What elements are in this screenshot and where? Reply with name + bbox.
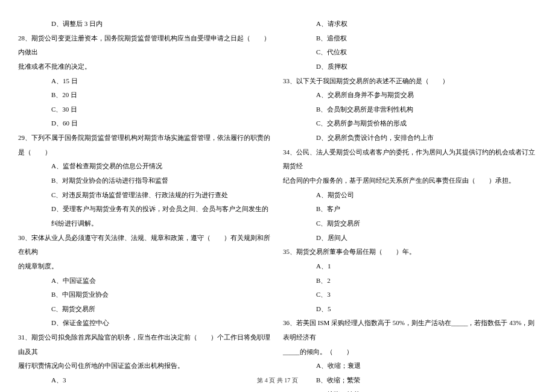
option-text: C、对违反期货市场监督管理法律、行政法规的行为进行查处 [18, 188, 272, 203]
option-text: C、30 日 [18, 103, 272, 117]
question-continuation: 履行职责情况向公司住所地的中国证监会派出机构报告。 [18, 359, 272, 373]
question-text: 31、期货公司拟免除首席风险官的职务，应当在作出决定前（ ）个工作日将免职理由及… [18, 330, 272, 359]
option-text: B、2 [283, 274, 537, 288]
option-text: C、3 [283, 288, 537, 302]
question-text: 35、期货交易所董事会每届任期（ ）年。 [283, 245, 537, 259]
question-text: 29、下列不属于国务院期货监督管理机构对期货市场实施监督管理，依法履行的职责的是… [18, 131, 272, 159]
question-continuation: 纪合同的中介服务的，基于居间经纪关系所产生的民事责任应由（ ）承担。 [283, 174, 537, 188]
page-columns: D、调整后 3 日内 28、期货公司变更注册资本，国务院期货监督管理机构应当自受… [18, 17, 537, 392]
option-text: B、对期货业协会的活动进行指导和监督 [18, 174, 272, 188]
option-text: D、居间人 [283, 231, 537, 245]
option-text: C、扩张；繁荣 [283, 388, 537, 392]
question-continuation: 的规章制度。 [18, 259, 272, 274]
option-text: A、15 日 [18, 74, 272, 89]
option-text: D、交易所负责设计合约，安排合约上市 [283, 131, 537, 145]
option-text: A、交易所自身并不参与期货交易 [283, 88, 537, 103]
question-continuation: 批准或者不批准的决定。 [18, 60, 272, 74]
option-text: C、期货交易所 [283, 217, 537, 231]
option-text: D、60 日 [18, 116, 272, 131]
page-footer: 第 4 页 共 17 页 [0, 376, 555, 385]
option-text: A、期货公司 [283, 188, 537, 203]
option-text: B、5 [18, 388, 272, 392]
option-text: B、20 日 [18, 88, 272, 103]
option-text: B、会员制交易所是非营利性机构 [283, 103, 537, 117]
option-text: D、保证金监控中心 [18, 316, 272, 330]
option-text: C、代位权 [283, 45, 537, 60]
left-column: D、调整后 3 日内 28、期货公司变更注册资本，国务院期货监督管理机构应当自受… [18, 17, 272, 392]
option-text: D、质押权 [283, 60, 537, 74]
option-text: D、受理客户与期货业务有关的投诉，对会员之间、会员与客户之间发生的纠纷进行调解。 [18, 202, 272, 230]
option-text: C、期货交易所 [18, 302, 272, 317]
question-text: 30、宋体从业人员必须遵守有关法律、法规、规章和政策，遵守（ ）有关规则和所在机… [18, 231, 272, 259]
option-text: B、中国期货业协会 [18, 288, 272, 302]
question-text: 34、公民、法人受期货公司或者客户的委托，作为居间人为其提供订约的机会或者订立期… [283, 145, 537, 174]
question-text: 36、若美国 ISM 采购经理人指数高于 50%，则生产活动在_____，若指数… [283, 316, 537, 344]
option-text: A、监督检查期货交易的信息公开情况 [18, 159, 272, 174]
question-continuation: _____的倾向。（ ） [283, 345, 537, 359]
option-text: A、请求权 [283, 17, 537, 31]
option-text: A、1 [283, 259, 537, 274]
right-column: A、请求权 B、追偿权 C、代位权 D、质押权 33、以下关于我国期货交易所的表… [283, 17, 537, 392]
option-text: D、5 [283, 302, 537, 317]
option-text: B、客户 [283, 202, 537, 217]
option-text: C、交易所参与期货价格的形成 [283, 116, 537, 131]
option-text: D、调整后 3 日内 [18, 17, 272, 31]
option-text: B、追偿权 [283, 31, 537, 46]
question-text: 28、期货公司变更注册资本，国务院期货监督管理机构应当自受理申请之日起（ ）内做… [18, 31, 272, 60]
option-text: A、中国证监会 [18, 274, 272, 288]
question-text: 33、以下关于我国期货交易所的表述不正确的是（ ） [283, 74, 537, 89]
option-text: A、收缩；衰退 [283, 359, 537, 373]
